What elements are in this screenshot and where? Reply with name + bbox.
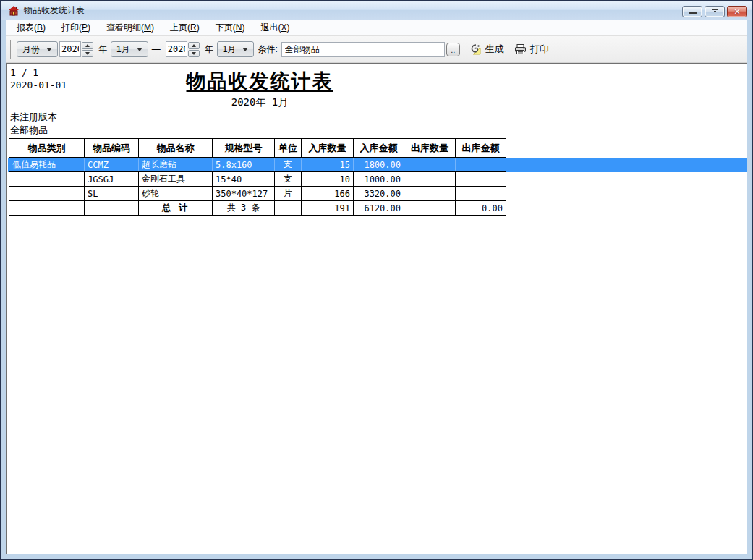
restore-button[interactable] xyxy=(705,6,725,17)
col-name: 物品名称 xyxy=(139,139,213,158)
menu-next-page[interactable]: 下页(N) xyxy=(208,20,253,36)
total-label: 总 计 xyxy=(139,201,213,216)
table-row[interactable]: JGSGJ 金刚石工具 15*40 支 10 1000.00 xyxy=(9,172,506,187)
toolbar: 月份 年 1月 — xyxy=(6,36,747,63)
chevron-down-icon xyxy=(46,48,52,51)
home-icon xyxy=(8,5,20,17)
menu-print[interactable]: 打印(P) xyxy=(54,20,98,36)
from-year-label: 年 xyxy=(98,43,107,56)
col-spec: 规格型号 xyxy=(213,139,275,158)
report-canvas: 1 / 1 2020-01-01 物品收发统计表 2020年 1月 未注册版本 … xyxy=(6,63,747,554)
browse-button[interactable]: .. xyxy=(446,43,460,56)
down-arrow-icon xyxy=(192,52,196,55)
menu-exit[interactable]: 退出(X) xyxy=(252,20,297,36)
col-unit: 单位 xyxy=(275,139,302,158)
minimize-button[interactable] xyxy=(682,6,702,17)
period-mode-select[interactable]: 月份 xyxy=(17,41,58,57)
generate-button[interactable]: 生成 xyxy=(470,43,504,56)
scope-note: 全部物品 xyxy=(10,124,48,137)
from-year-down-button[interactable] xyxy=(82,50,93,57)
chevron-down-icon xyxy=(137,48,142,51)
chevron-down-icon xyxy=(242,48,248,51)
window-title: 物品收发统计表 xyxy=(24,4,85,17)
down-arrow-icon xyxy=(85,52,90,55)
condition-input[interactable] xyxy=(281,42,445,57)
menu-view-detail[interactable]: 查看明细(M) xyxy=(98,20,162,36)
report-title: 物品收发统计表 xyxy=(7,68,513,94)
generate-swirl-icon xyxy=(470,43,482,55)
close-icon: ✕ xyxy=(733,8,740,16)
from-year-spinner xyxy=(59,41,93,57)
statistics-table: 物品类别 物品编码 物品名称 规格型号 单位 入库数量 入库金额 出库数量 出库… xyxy=(9,138,506,216)
up-arrow-icon xyxy=(192,44,196,47)
titlebar: 物品收发统计表 ✕ xyxy=(1,1,752,20)
print-button[interactable]: 打印 xyxy=(514,43,549,56)
up-arrow-icon xyxy=(85,44,90,47)
table-row[interactable]: 低值易耗品 CCMZ 超长磨钻 5.8x160 支 15 1800.00 xyxy=(9,158,506,172)
to-year-input[interactable] xyxy=(166,41,187,57)
condition-label: 条件: xyxy=(258,43,277,56)
col-code: 物品编码 xyxy=(85,139,139,158)
table-total-row: 总 计 共 3 条 191 6120.00 0.00 xyxy=(9,201,506,216)
menu-prev-page[interactable]: 上页(R) xyxy=(162,20,208,36)
printer-icon xyxy=(514,43,527,55)
report-subtitle: 2020年 1月 xyxy=(7,96,513,109)
to-year-down-button[interactable] xyxy=(188,50,200,57)
from-year-input[interactable] xyxy=(59,41,81,57)
to-month-select[interactable]: 1月 xyxy=(217,41,255,57)
ellipsis-icon: .. xyxy=(451,47,455,53)
menu-report[interactable]: 报表(B) xyxy=(9,20,54,36)
to-year-label: 年 xyxy=(205,43,213,56)
version-note: 未注册版本 xyxy=(10,111,57,124)
table-row[interactable]: SL 砂轮 350*40*127 片 166 3320.00 xyxy=(9,187,506,201)
menubar: 报表(B) 打印(P) 查看明细(M) 上页(R) 下页(N) 退出(X) xyxy=(6,20,747,36)
window-controls: ✕ xyxy=(682,6,747,17)
total-count: 共 3 条 xyxy=(213,201,275,216)
minimize-icon xyxy=(689,12,697,14)
col-in-qty: 入库数量 xyxy=(302,139,354,158)
client-area: 报表(B) 打印(P) 查看明细(M) 上页(R) 下页(N) 退出(X) 月份… xyxy=(6,20,747,554)
toolbar-gripper[interactable] xyxy=(10,40,12,59)
restore-icon xyxy=(712,9,718,14)
col-out-qty: 出库数量 xyxy=(404,139,456,158)
from-month-select[interactable]: 1月 xyxy=(111,41,148,57)
app-window: 物品收发统计表 ✕ 报表(B) 打印(P) 查看明细(M) 上页(R) 下页(N… xyxy=(0,0,753,560)
close-button[interactable]: ✕ xyxy=(727,6,747,17)
range-dash: — xyxy=(152,44,161,54)
to-year-spinner xyxy=(166,41,200,57)
to-year-up-button[interactable] xyxy=(188,42,200,49)
table-header-row: 物品类别 物品编码 物品名称 规格型号 单位 入库数量 入库金额 出库数量 出库… xyxy=(9,139,506,158)
col-in-amount: 入库金额 xyxy=(354,139,404,158)
col-category: 物品类别 xyxy=(9,139,85,158)
col-out-amount: 出库金额 xyxy=(456,139,506,158)
from-year-up-button[interactable] xyxy=(82,42,93,49)
